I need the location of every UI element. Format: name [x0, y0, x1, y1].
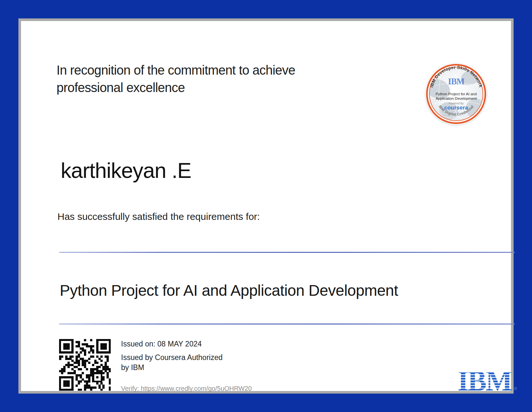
issued-by-line-1: Issued by Coursera Authorized: [121, 353, 223, 363]
intro-line-1: In recognition of the commitment to achi…: [56, 61, 295, 79]
statement-text: Has successfully satisfied the requireme…: [57, 211, 260, 222]
coursera-logo: coursera: [425, 105, 487, 111]
top-divider: [59, 252, 515, 253]
recipient-name: karthikeyan .E: [61, 158, 191, 183]
bottom-divider: [59, 324, 515, 324]
verify-url-text: Verify: https://www.credly.com/go/5uOHRW…: [121, 385, 252, 392]
qr-code: [59, 339, 111, 391]
course-title: Python Project for AI and Application De…: [60, 282, 398, 299]
badge-ibm-logo-text: IBM: [448, 78, 465, 85]
badge-course-line-1: Python Project for AI and: [425, 92, 487, 96]
intro-text: In recognition of the commitment to achi…: [56, 61, 295, 96]
certificate-page: { "certificate": { "intro": { "line1": "…: [0, 0, 532, 412]
issued-on-text: Issued on: 08 MAY 2024: [121, 340, 202, 348]
certificate-content: In recognition of the commitment to achi…: [42, 42, 490, 370]
ibm-logo: IBM: [456, 370, 513, 391]
badge-course-text: Python Project for AI and Application De…: [425, 92, 487, 101]
issued-by-line-2: by IBM: [121, 363, 223, 373]
intro-line-2: professional excellence: [56, 79, 295, 96]
ibm-logo-text: IBM: [458, 370, 512, 391]
registered-trademark-icon: ®: [514, 386, 517, 391]
credential-badge: IBM Developer Skills Network IBM Digital…: [425, 63, 487, 125]
badge-course-line-2: Application Development: [425, 96, 487, 101]
badge-ibm-logo-icon: IBM: [447, 78, 465, 85]
certificate-surface: In recognition of the commitment to achi…: [18, 18, 514, 394]
issued-by-text: Issued by Coursera Authorized by IBM: [121, 353, 223, 373]
